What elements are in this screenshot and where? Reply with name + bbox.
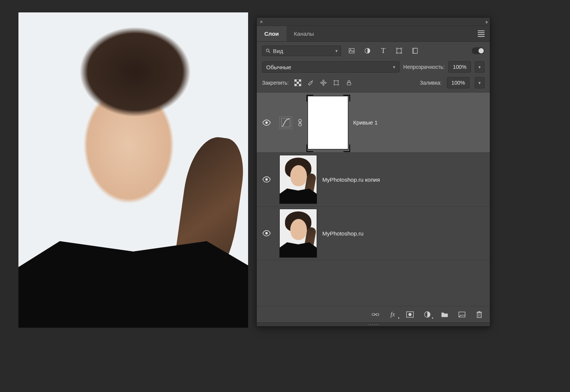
svg-rect-15 — [299, 79, 301, 82]
svg-point-24 — [265, 121, 268, 123]
type-filter-icon[interactable]: T — [379, 47, 387, 55]
svg-rect-37 — [477, 313, 482, 318]
document-image — [18, 12, 248, 328]
close-icon[interactable]: × — [260, 19, 263, 25]
delete-layer-icon[interactable] — [476, 311, 483, 318]
layer-row[interactable]: MyPhotoshop.ru — [257, 207, 490, 260]
panel-tabs: Слои Каналы — [257, 26, 490, 42]
layer-mask-thumbnail[interactable] — [308, 96, 348, 149]
new-layer-icon[interactable] — [458, 311, 466, 318]
svg-rect-8 — [396, 53, 398, 54]
lock-transparency-icon[interactable] — [294, 79, 302, 87]
lock-row: Закрепить: Заливка: 100% ▾ — [257, 75, 490, 93]
svg-rect-7 — [401, 48, 402, 49]
svg-rect-14 — [297, 82, 299, 84]
svg-point-29 — [265, 232, 268, 234]
svg-rect-16 — [294, 84, 297, 86]
svg-rect-17 — [299, 84, 301, 86]
tab-channels[interactable]: Каналы — [287, 26, 322, 41]
layer-name[interactable]: MyPhotoshop.ru копия — [322, 176, 380, 183]
layers-panel: × ›› Слои Каналы Вид ▾ T — [256, 17, 490, 327]
layer-thumbnail[interactable] — [279, 155, 317, 204]
lock-paint-icon[interactable] — [307, 79, 314, 87]
lock-label: Закрепить: — [262, 80, 289, 86]
lock-all-icon[interactable] — [345, 79, 353, 87]
svg-point-34 — [408, 313, 411, 316]
layer-filter-row: Вид ▾ T — [257, 42, 490, 59]
tab-layers[interactable]: Слои — [257, 26, 287, 41]
filter-toggle[interactable] — [472, 47, 485, 54]
fx-icon[interactable]: fx▾ — [389, 311, 396, 318]
layers-list: Кривые 1 MyPhotoshop.ru копия MyPhotosho… — [257, 93, 490, 306]
panel-menu-icon[interactable] — [476, 27, 487, 40]
layer-name[interactable]: MyPhotoshop.ru — [322, 230, 363, 237]
visibility-toggle-icon[interactable] — [259, 120, 274, 126]
layer-row[interactable]: MyPhotoshop.ru копия — [257, 153, 490, 207]
svg-rect-18 — [334, 81, 338, 85]
svg-line-1 — [269, 52, 270, 53]
add-adjustment-icon[interactable]: ▾ — [424, 311, 431, 318]
shape-filter-icon[interactable] — [395, 47, 403, 55]
filter-type-label: Вид — [273, 48, 283, 54]
svg-rect-11 — [413, 48, 418, 53]
fill-value-input[interactable]: 100% — [447, 77, 469, 88]
tab-label: Каналы — [294, 30, 314, 37]
panel-resize-grip[interactable] — [257, 322, 490, 326]
svg-rect-23 — [347, 82, 351, 85]
adjustment-filter-icon[interactable] — [364, 47, 371, 55]
layer-row[interactable]: Кривые 1 — [257, 93, 490, 153]
tab-label: Слои — [264, 30, 279, 37]
document-canvas[interactable] — [18, 12, 248, 328]
chevron-down-icon: ▾ — [393, 65, 395, 70]
add-mask-icon[interactable] — [406, 311, 414, 318]
smartobject-filter-icon[interactable] — [411, 47, 419, 55]
svg-point-0 — [266, 49, 269, 52]
svg-point-3 — [350, 49, 351, 50]
layer-thumbnail[interactable] — [279, 209, 317, 258]
filter-type-dropdown[interactable]: Вид ▾ — [262, 46, 341, 56]
layer-name[interactable]: Кривые 1 — [353, 119, 378, 126]
blend-mode-dropdown[interactable]: Обычные ▾ — [262, 61, 399, 73]
new-group-icon[interactable] — [441, 311, 448, 318]
visibility-toggle-icon[interactable] — [259, 230, 274, 236]
link-layers-icon[interactable] — [372, 311, 379, 318]
svg-rect-9 — [401, 53, 402, 54]
visibility-toggle-icon[interactable] — [259, 176, 274, 182]
collapse-panel-icon[interactable]: ›› — [485, 18, 487, 25]
image-filter-icon[interactable] — [348, 47, 355, 55]
mask-link-icon[interactable] — [297, 119, 303, 127]
panel-footer: fx▾ ▾ — [257, 306, 490, 322]
chevron-down-icon: ▾ — [335, 49, 338, 53]
svg-point-28 — [265, 178, 268, 181]
blend-mode-row: Обычные ▾ Непрозрачность: 100% ▾ — [257, 59, 490, 75]
fill-slider-toggle[interactable]: ▾ — [475, 77, 485, 88]
lock-artboard-icon[interactable] — [332, 79, 340, 87]
curves-adjustment-icon[interactable] — [279, 116, 292, 129]
svg-rect-6 — [396, 48, 398, 49]
search-icon — [265, 48, 271, 53]
blend-mode-value: Обычные — [266, 64, 291, 70]
fill-label: Заливка: — [420, 80, 442, 86]
opacity-slider-toggle[interactable]: ▾ — [475, 61, 485, 73]
lock-position-icon[interactable] — [320, 79, 327, 87]
svg-rect-13 — [294, 79, 297, 82]
panel-titlebar: × ›› — [257, 18, 490, 26]
opacity-label: Непрозрачность: — [403, 64, 445, 70]
opacity-value-input[interactable]: 100% — [448, 61, 471, 73]
